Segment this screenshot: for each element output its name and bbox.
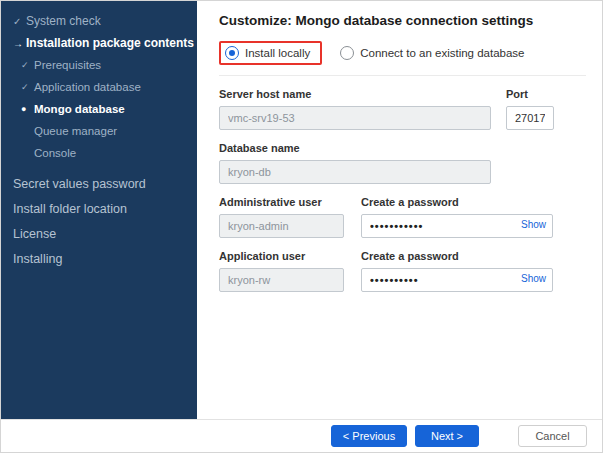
app-password-show-link[interactable]: Show xyxy=(521,273,546,284)
admin-password-label: Create a password xyxy=(361,196,553,208)
wizard-steps-sidebar: ✓ System check → Installation package co… xyxy=(1,1,197,424)
sidebar-item-label: Secret values password xyxy=(13,177,146,191)
app-password-label: Create a password xyxy=(361,250,553,262)
sidebar-item-console[interactable]: Console xyxy=(1,142,197,164)
port-input[interactable] xyxy=(506,106,554,130)
sidebar-item-mongo-database[interactable]: ● Mongo database xyxy=(1,98,197,120)
app-user-field-group: Application user xyxy=(219,250,344,292)
sidebar-item-label: System check xyxy=(26,14,101,28)
highlight-box: Install locally xyxy=(219,41,322,65)
cancel-button[interactable]: Cancel xyxy=(518,425,587,447)
next-button[interactable]: Next > xyxy=(415,425,479,447)
app-user-label: Application user xyxy=(219,250,344,262)
sidebar-item-label: Mongo database xyxy=(34,103,125,115)
sidebar-item-install-folder-location[interactable]: Install folder location xyxy=(1,196,197,221)
sidebar-item-system-check[interactable]: ✓ System check xyxy=(1,10,197,32)
check-icon: ✓ xyxy=(21,82,34,92)
database-name-field-group: Database name xyxy=(219,142,491,184)
main-content: Customize: Mongo database connection set… xyxy=(197,1,603,421)
server-host-label: Server host name xyxy=(219,88,491,100)
wizard-footer: < Previous Next > Cancel xyxy=(1,419,602,452)
sidebar-item-label: License xyxy=(13,227,56,241)
admin-user-label: Administrative user xyxy=(219,196,344,208)
check-icon: ✓ xyxy=(13,16,26,27)
radio-label: Install locally xyxy=(245,47,310,59)
sidebar-item-application-database[interactable]: ✓ Application database xyxy=(1,76,197,98)
radio-label: Connect to an existing database xyxy=(360,47,524,59)
sidebar-item-prerequisites[interactable]: ✓ Prerequisites xyxy=(1,54,197,76)
port-label: Port xyxy=(506,88,554,100)
sidebar-item-label: Console xyxy=(34,147,76,159)
admin-user-row: Administrative user Create a password Sh… xyxy=(219,196,586,238)
sidebar-item-queue-manager[interactable]: Queue manager xyxy=(1,120,197,142)
admin-user-field-group: Administrative user xyxy=(219,196,344,238)
sidebar-item-label: Prerequisites xyxy=(34,59,101,71)
radio-unselected-icon[interactable] xyxy=(340,46,354,60)
database-name-row: Database name xyxy=(219,142,586,184)
server-host-input xyxy=(219,106,491,130)
app-user-row: Application user Create a password Show xyxy=(219,250,586,292)
previous-button[interactable]: < Previous xyxy=(331,425,407,447)
check-icon: ✓ xyxy=(21,60,34,70)
sidebar-item-label: Install folder location xyxy=(13,202,127,216)
arrow-right-icon: → xyxy=(13,38,26,49)
sidebar-item-installing[interactable]: Installing xyxy=(1,246,197,271)
port-field-group: Port xyxy=(506,88,554,130)
admin-password-show-link[interactable]: Show xyxy=(521,219,546,230)
sidebar-item-label: Queue manager xyxy=(34,125,117,137)
sidebar-item-label: Application database xyxy=(34,81,141,93)
sidebar-item-installation-package-contents[interactable]: → Installation package contents xyxy=(1,32,197,54)
admin-user-input xyxy=(219,214,344,238)
installer-window: ✓ System check → Installation package co… xyxy=(0,0,603,453)
app-password-wrap: Show xyxy=(361,268,553,292)
admin-password-field-group: Create a password Show xyxy=(361,196,553,238)
radio-selected-icon[interactable] xyxy=(225,46,239,60)
radio-install-locally[interactable]: Install locally xyxy=(225,46,310,60)
app-password-field-group: Create a password Show xyxy=(361,250,553,292)
page-title: Customize: Mongo database connection set… xyxy=(219,13,586,28)
sidebar-item-label: Installation package contents xyxy=(26,36,194,50)
bullet-icon: ● xyxy=(21,104,34,114)
host-port-row: Server host name Port xyxy=(219,88,586,130)
server-host-field-group: Server host name xyxy=(219,88,491,130)
sidebar-spacer xyxy=(1,164,197,171)
radio-connect-existing[interactable]: Connect to an existing database xyxy=(340,46,524,60)
install-mode-radio-group: Install locally Connect to an existing d… xyxy=(219,41,586,76)
admin-password-wrap: Show xyxy=(361,214,553,238)
sidebar-item-secret-values-password[interactable]: Secret values password xyxy=(1,171,197,196)
app-user-input xyxy=(219,268,344,292)
database-name-label: Database name xyxy=(219,142,491,154)
database-name-input xyxy=(219,160,491,184)
sidebar-item-license[interactable]: License xyxy=(1,221,197,246)
sidebar-item-label: Installing xyxy=(13,252,62,266)
